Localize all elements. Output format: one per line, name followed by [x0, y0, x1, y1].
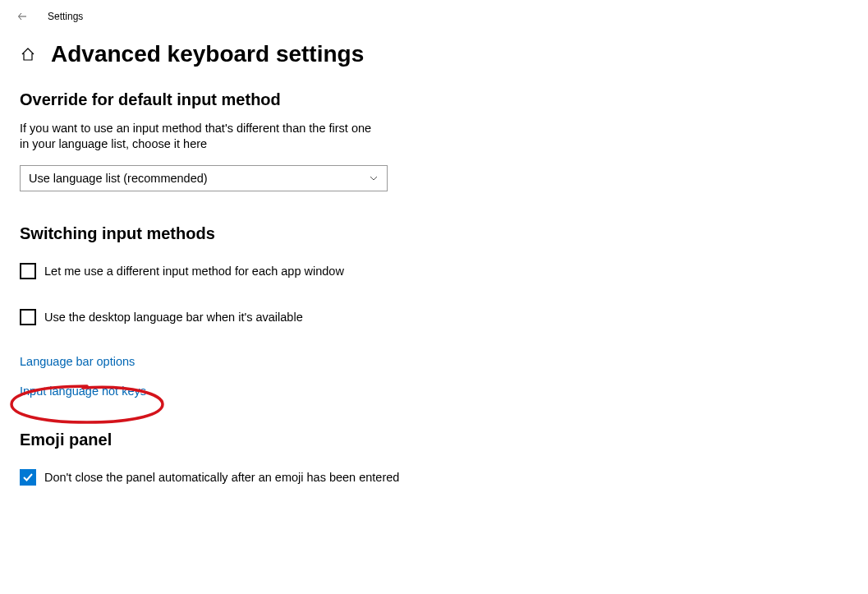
checkbox-label: Let me use a different input method for …: [44, 265, 344, 278]
checkbox-label: Use the desktop language bar when it's a…: [44, 311, 303, 324]
app-title: Settings: [48, 11, 83, 22]
section-emoji: Emoji panel Don't close the panel automa…: [20, 431, 848, 486]
link-input-language-hotkeys[interactable]: Input language hot keys: [20, 384, 848, 398]
home-icon: [21, 47, 35, 62]
checkbox-label: Don't close the panel automatically afte…: [44, 471, 399, 484]
page-title: Advanced keyboard settings: [51, 41, 364, 67]
checkbox-per-app-window[interactable]: Let me use a different input method for …: [20, 263, 848, 279]
checkbox-emoji-panel-close[interactable]: Don't close the panel automatically afte…: [20, 469, 848, 486]
checkbox-box: [20, 469, 36, 486]
arrow-left-icon: [16, 10, 30, 23]
dropdown-selected-value: Use language list (recommended): [29, 172, 208, 185]
titlebar: Settings: [0, 0, 868, 33]
section-title-switching: Switching input methods: [20, 224, 848, 243]
home-button[interactable]: [20, 46, 36, 62]
input-method-dropdown[interactable]: Use language list (recommended): [20, 165, 388, 191]
chevron-down-icon: [369, 173, 379, 183]
section-override: Override for default input method If you…: [20, 90, 848, 191]
page-header: Advanced keyboard settings: [20, 41, 848, 67]
section-switching: Switching input methods Let me use a dif…: [20, 224, 848, 398]
checkbox-box: [20, 263, 36, 279]
section-title-override: Override for default input method: [20, 90, 848, 109]
link-language-bar-options[interactable]: Language bar options: [20, 355, 848, 368]
content-area: Advanced keyboard settings Override for …: [0, 33, 868, 486]
back-button[interactable]: [13, 7, 33, 26]
section-title-emoji: Emoji panel: [20, 431, 848, 449]
override-description: If you want to use an input method that'…: [20, 121, 381, 152]
checkbox-box: [20, 309, 36, 325]
checkbox-desktop-language-bar[interactable]: Use the desktop language bar when it's a…: [20, 309, 848, 325]
